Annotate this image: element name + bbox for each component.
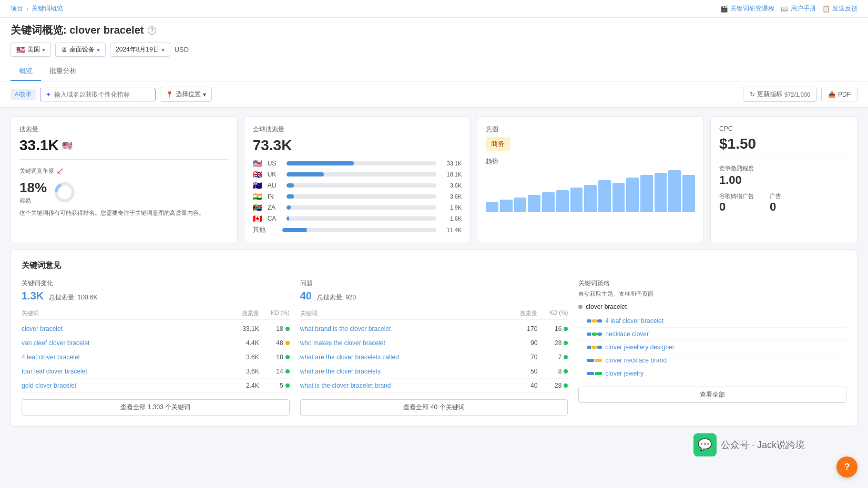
wechat-icon: 💬: [693, 433, 717, 435]
kw-vol: 3.6K: [232, 354, 263, 361]
kw-link[interactable]: gold clover bracelet: [22, 382, 232, 389]
filters: 🇺🇸 美国 ▾ 🖥 桌面设备 ▾ 2024年8月19日 ▾ USD: [11, 43, 857, 57]
strategy-item[interactable]: 4 leaf clover bracelet: [578, 315, 846, 328]
strategy-color-segment: [595, 372, 602, 375]
country-num: 18.1K: [441, 171, 462, 178]
strategy-item[interactable]: clover jewelry: [578, 367, 846, 380]
kd-label: 关键词竞争度 ↙: [19, 165, 229, 176]
variations-col: 关键词变化 1.3K 总搜索量: 100.6K 关键词 搜索量 KD (%) c…: [22, 279, 290, 416]
chevron-down-icon3: ▾: [161, 46, 165, 54]
sparkle-icon: ✦: [46, 91, 51, 98]
trend-bars: [486, 170, 695, 212]
course-btn[interactable]: 🎬 关键词研究课程: [720, 4, 774, 13]
kw-row: what are the clover bracelets 50 8: [300, 365, 568, 379]
strategy-color-segment: [595, 359, 602, 362]
country-name: UK: [268, 171, 282, 178]
quota-label: 972/1,000: [784, 91, 810, 98]
strategy-item[interactable]: clover jewellery designer: [578, 341, 846, 354]
country-name: ZA: [268, 204, 282, 211]
kw-link[interactable]: who makes the clover bracelet: [300, 339, 510, 347]
search-volume-card: 搜索量 33.1K 🇺🇸 关键词竞争度 ↙ 18% 容易: [11, 116, 238, 243]
watermark: 💬 公众号 · Jack说跨境: [693, 433, 805, 435]
refresh-icon: ↻: [750, 91, 755, 98]
search-volume-value: 33.1K 🇺🇸: [19, 137, 229, 154]
currency-label: USD: [175, 46, 189, 54]
view-all-strategy-btn[interactable]: 查看全部: [578, 387, 846, 403]
tab-overview[interactable]: 概览: [11, 62, 41, 81]
shopping-value: 0: [719, 200, 754, 214]
kw-link[interactable]: van cleef clover bracelet: [22, 339, 232, 347]
country-row: 🇬🇧 UK 18.1K: [253, 170, 462, 179]
other-label: 其他: [253, 225, 278, 234]
global-search-value: 73.3K: [253, 137, 462, 154]
strategy-col: 关键词策略 自动获取主题、支柱和子页面 clover bracelet 4 le…: [578, 279, 846, 416]
kd-difficulty: 容易: [19, 197, 47, 205]
trend-bar-item: [668, 170, 681, 212]
country-name: IN: [268, 193, 282, 200]
kw-vol: 70: [510, 354, 542, 361]
kw-row: four leaf clover bracelet 3.6K 14: [22, 365, 290, 379]
info-icon[interactable]: ?: [148, 26, 156, 35]
kw-kd: 18: [263, 354, 290, 361]
top-bar: 项目 › 关键词概览 🎬 关键词研究课程 📖 用户手册 📋 发送反馈: [0, 0, 868, 18]
strategy-header: 关键词策略 自动获取主题、支柱和子页面: [578, 279, 846, 298]
location-btn[interactable]: 📍 选择位置 ▾: [160, 87, 212, 102]
country-row: 🇨🇦 CA 1.6K: [253, 214, 462, 223]
domain-input[interactable]: [54, 91, 149, 98]
competition-label: 竞争激烈程度: [719, 164, 849, 172]
strategy-color-segment: [587, 372, 594, 375]
feedback-btn[interactable]: 📋 发送反馈: [822, 4, 857, 13]
kw-link[interactable]: what brand is the clover bracelet: [300, 325, 510, 333]
variations-count: 1.3K: [22, 290, 44, 302]
date-filter[interactable]: 2024年8月19日 ▾: [110, 43, 170, 57]
kw-link[interactable]: four leaf clover bracelet: [22, 368, 232, 375]
kw-kd: 48: [263, 339, 290, 347]
country-num: 3.6K: [441, 182, 462, 189]
country-flag-item: 🇦🇺: [253, 181, 263, 190]
kw-row: what brand is the clover bracelet 170 16: [300, 322, 568, 336]
strategy-item[interactable]: necklace clover: [578, 328, 846, 341]
ads-value: 0: [770, 200, 781, 214]
trend-label: 趋势: [486, 157, 695, 166]
search-volume-label: 搜索量: [19, 125, 229, 134]
kw-link[interactable]: 4 leaf clover bracelet: [22, 354, 232, 361]
strategy-item[interactable]: clover necklace brand: [578, 354, 846, 367]
page-title: 关键词概览: clover bracelet ?: [11, 23, 857, 37]
kw-link[interactable]: clover bracelet: [22, 325, 232, 333]
pdf-btn[interactable]: 📤 PDF: [821, 88, 857, 101]
strategy-desc: 自动获取主题、支柱和子页面: [578, 290, 846, 298]
country-bar: [287, 216, 437, 221]
cpc-card: CPC $1.50 竞争激烈程度 1.00 谷歌购物广告 0 广告 0: [710, 116, 857, 243]
country-filter[interactable]: 🇺🇸 美国 ▾: [11, 43, 51, 57]
trend-bar-item: [584, 185, 597, 212]
strategy-color-bar: [587, 372, 602, 375]
kd-donut: [53, 181, 76, 204]
global-search-label: 全球搜索量: [253, 125, 462, 134]
kd-dot: [564, 355, 568, 359]
cards-row: 搜索量 33.1K 🇺🇸 关键词竞争度 ↙ 18% 容易: [11, 116, 857, 243]
header: 关键词概览: clover bracelet ? 🇺🇸 美国 ▾ 🖥 桌面设备 …: [0, 18, 868, 81]
view-all-questions-btn[interactable]: 查看全部 40 个关键词: [300, 399, 568, 416]
country-label: 美国: [27, 45, 40, 54]
trend-bar-item: [528, 195, 540, 212]
cpc-value: $1.50: [719, 136, 849, 152]
intent-card: 意图 商务 趋势: [477, 116, 704, 243]
trend-bar-item: [500, 200, 513, 212]
kw-vol: 4.4K: [232, 339, 263, 347]
ads-label: 广告: [770, 192, 781, 200]
kw-vol: 50: [510, 368, 542, 375]
strategy-color-bar: [587, 359, 602, 362]
kw-row: what is the clover bracelet brand 40 28: [300, 379, 568, 393]
view-all-variations-btn[interactable]: 查看全部 1,303 个关键词: [22, 399, 290, 416]
kw-link[interactable]: what is the clover bracelet brand: [300, 382, 510, 389]
kw-link[interactable]: what are the clover bracelets called: [300, 354, 510, 361]
kw-kd: 7: [542, 354, 568, 361]
manual-btn[interactable]: 📖 用户手册: [781, 4, 816, 13]
device-filter[interactable]: 🖥 桌面设备 ▾: [55, 43, 106, 57]
tab-bulk[interactable]: 批量分析: [41, 62, 85, 81]
kw-link[interactable]: what are the clover bracelets: [300, 368, 510, 375]
refresh-btn[interactable]: ↻ 更新指标 972/1,000: [743, 87, 817, 102]
trend-bar-item: [556, 190, 569, 212]
breadcrumb-parent[interactable]: 项目: [11, 4, 23, 13]
strategy-color-segment: [587, 359, 594, 362]
